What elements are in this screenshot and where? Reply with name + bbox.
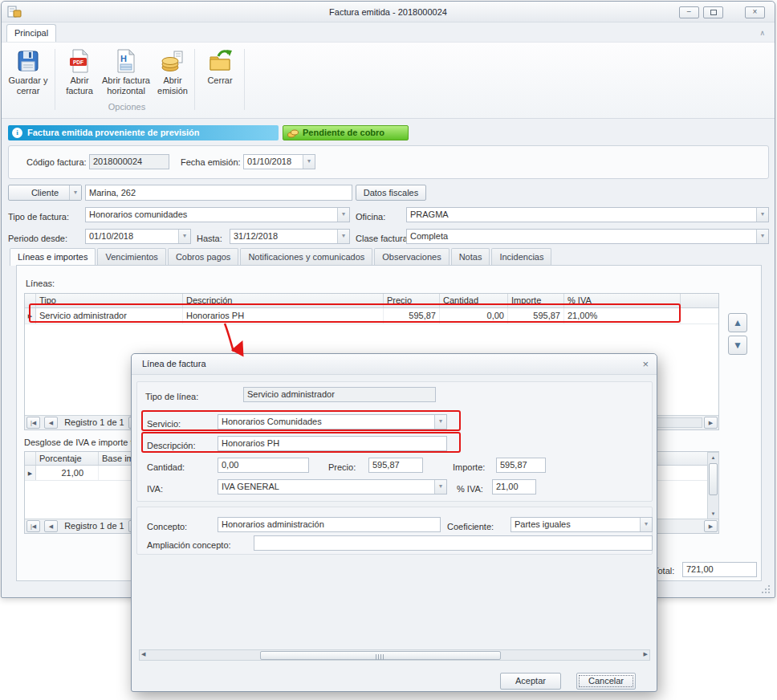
open-invoice-label: Abrir factura [59, 75, 100, 96]
cliente-button-label: Cliente [31, 188, 59, 197]
window-title: Factura emitida - 2018000024 [2, 2, 775, 22]
tab-notas[interactable]: Notas [451, 248, 490, 265]
open-invoice-horizontal-label: Abrir factura horizontal [101, 75, 151, 96]
tab-lineas-e-importes[interactable]: Líneas e importes [10, 248, 96, 266]
prev-record-button[interactable]: ◀ [44, 520, 58, 532]
scroll-down-icon[interactable]: ▼ [708, 509, 718, 519]
scroll-right-button[interactable]: ▶ [704, 417, 718, 429]
tipo-linea-field[interactable]: Servicio administrador [243, 387, 436, 402]
tipo-factura-value: Honorarios comunidades [89, 210, 187, 219]
dialog-close-icon[interactable]: × [642, 357, 649, 371]
close-button[interactable]: × [745, 6, 765, 18]
status-banner-text: Pendiente de cobro [303, 128, 384, 137]
tab-notificaciones[interactable]: Notificaciones y comunicados [240, 248, 372, 265]
clase-factura-value: Completa [410, 231, 448, 241]
minimize-button[interactable]: − [679, 6, 699, 18]
annotation-rect-servicio [141, 410, 461, 431]
periodo-hasta-field[interactable]: 31/12/2018 ▾ [230, 229, 350, 244]
ribbon-separator [194, 49, 195, 110]
iva-select[interactable]: IVA GENERAL ▾ [218, 479, 447, 494]
annotation-arrow [215, 321, 250, 358]
move-line-up-button[interactable]: ▲ [728, 313, 747, 332]
precio-field[interactable]: 595,87 [368, 458, 423, 473]
aceptar-button[interactable]: Aceptar [500, 673, 561, 690]
scroll-up-icon[interactable]: ▲ [708, 453, 718, 462]
close-form-label: Cerrar [199, 75, 241, 86]
clase-factura-select[interactable]: Completa ▾ [406, 229, 769, 244]
info-icon: i [12, 128, 22, 138]
coins-icon [161, 49, 185, 73]
info-banner: i Factura emitida proveniente de previsi… [8, 125, 279, 140]
datos-fiscales-button[interactable]: Datos fiscales [356, 185, 426, 201]
importe-field[interactable]: 595,87 [496, 458, 546, 473]
tab-vencimientos[interactable]: Vencimientos [97, 248, 165, 265]
concepto-field[interactable]: Honorarios administración [218, 517, 441, 532]
close-form-button[interactable]: Cerrar [199, 47, 241, 114]
concepto-label: Concepto: [147, 519, 187, 535]
ribbon-collapse-chevron-icon[interactable]: ∧ [759, 29, 765, 37]
maximize-icon [710, 10, 717, 15]
prev-record-button[interactable]: ◀ [44, 417, 58, 429]
dropdown-icon[interactable]: ▾ [337, 208, 349, 222]
tab-observaciones[interactable]: Observaciones [374, 248, 449, 265]
importe-label: Importe: [453, 460, 485, 475]
linea-de-factura-dialog: Línea de factura × Tipo de línea: Servic… [131, 353, 657, 692]
hscroll-thumb[interactable] [260, 651, 501, 660]
total-field[interactable]: 721,00 [682, 562, 757, 577]
tab-incidencias[interactable]: Incidencias [491, 248, 551, 265]
oficina-select[interactable]: PRAGMA ▾ [406, 207, 769, 222]
dropdown-icon[interactable]: ▾ [178, 230, 190, 243]
iva-value: IVA GENERAL [222, 482, 279, 491]
cancelar-button[interactable]: Cancelar [576, 673, 636, 690]
hasta-label: Hasta: [197, 231, 222, 246]
periodo-desde-label: Periodo desde: [8, 231, 67, 246]
tab-cobros-pagos[interactable]: Cobros pagos [168, 248, 239, 265]
precio-label: Precio: [328, 460, 356, 475]
save-and-close-button[interactable]: Guardar y cerrar [6, 47, 50, 114]
scroll-left-icon[interactable]: ◀ [141, 651, 145, 657]
fecha-emision-label: Fecha emisión: [181, 155, 241, 170]
dropdown-icon[interactable]: ▾ [756, 230, 768, 243]
record-counter: Registro 1 de 1 [64, 521, 124, 531]
ribbon-group-caption: Opciones [59, 102, 194, 112]
tipo-factura-label: Tipo de factura: [8, 210, 69, 225]
dropdown-icon[interactable]: ▾ [756, 208, 768, 222]
dropdown-icon[interactable]: ▾ [69, 185, 81, 200]
oficina-label: Oficina: [356, 210, 385, 225]
selector-header-cell [25, 452, 36, 465]
dropdown-icon[interactable]: ▾ [640, 518, 652, 531]
cliente-button[interactable]: Cliente ▾ [8, 185, 82, 201]
dropdown-icon[interactable]: ▾ [303, 155, 315, 169]
scroll-right-icon[interactable]: ▶ [644, 651, 648, 657]
maximize-button[interactable] [703, 6, 723, 18]
row-selector-icon: ▶ [25, 466, 36, 480]
dropdown-icon[interactable]: ▾ [337, 230, 349, 243]
first-record-button[interactable]: |◀ [26, 417, 40, 429]
move-line-down-button[interactable]: ▼ [728, 336, 747, 355]
column-header-porcentaje[interactable]: Porcentaje [36, 452, 99, 465]
dialog-hscrollbar[interactable]: ◀ ▶ [139, 649, 650, 661]
vscroll-thumb[interactable] [709, 463, 718, 495]
codigo-factura-field[interactable]: 2018000024 [89, 154, 169, 169]
detail-tab-strip: Líneas e importes Vencimientos Cobros pa… [10, 248, 553, 266]
coeficiente-select[interactable]: Partes iguales ▾ [511, 517, 653, 532]
invoice-header-panel: Código factura: 2018000024 Fecha emisión… [8, 145, 769, 179]
desglose-vscrollbar[interactable]: ▲ ▼ [707, 452, 719, 519]
cantidad-field[interactable]: 0,00 [218, 458, 309, 473]
fecha-emision-field[interactable]: 01/10/2018 ▾ [243, 154, 315, 169]
resize-grip[interactable] [761, 584, 771, 594]
record-counter: Registro 1 de 1 [64, 417, 124, 427]
tab-principal[interactable]: Principal [6, 24, 56, 42]
first-record-button[interactable]: |◀ [26, 520, 40, 532]
codigo-factura-label: Código factura: [26, 155, 87, 170]
scroll-right-button[interactable]: ▶ [704, 520, 718, 532]
dropdown-icon[interactable]: ▾ [434, 480, 446, 494]
dialog-title: Línea de factura [142, 359, 206, 368]
titlebar: Factura emitida - 2018000024 − × [2, 2, 775, 22]
tipo-factura-select[interactable]: Honorarios comunidades ▾ [85, 207, 350, 222]
clase-factura-label: Clase factura: [356, 231, 410, 246]
cliente-field[interactable]: Marina, 262 [85, 185, 352, 201]
pct-iva-field[interactable]: 21,00 [492, 479, 536, 494]
periodo-desde-field[interactable]: 01/10/2018 ▾ [85, 229, 191, 244]
ampliacion-field[interactable] [254, 535, 653, 551]
